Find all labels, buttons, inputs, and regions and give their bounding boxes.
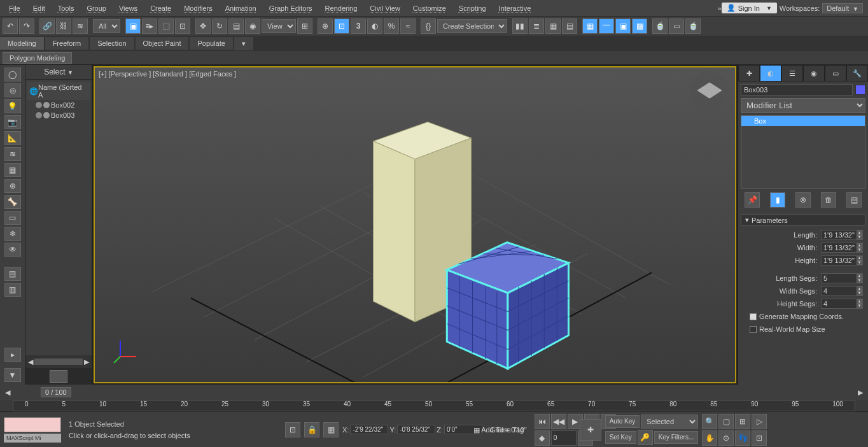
layer-button[interactable]: ▦ bbox=[545, 18, 561, 34]
create-tab[interactable]: ✚ bbox=[738, 65, 760, 82]
gen-mapping-check[interactable]: ✓Generate Mapping Coords. bbox=[743, 311, 863, 322]
height-spinner[interactable]: ▲▼ bbox=[821, 255, 863, 266]
scene-panel-thumb[interactable] bbox=[25, 368, 92, 385]
tree-column-header[interactable]: 🌐 Name (Sorted A bbox=[27, 82, 90, 100]
height-segs-spinner[interactable]: ▲▼ bbox=[821, 299, 863, 309]
x-input[interactable] bbox=[350, 425, 388, 434]
snap-toggle[interactable]: ⊕ bbox=[318, 18, 333, 34]
menu-views[interactable]: Views bbox=[113, 2, 144, 15]
modify-tab[interactable]: ◐ bbox=[760, 65, 781, 82]
menu-animation[interactable]: Animation bbox=[219, 2, 263, 15]
menu-rendering[interactable]: Rendering bbox=[319, 2, 364, 15]
make-unique-button[interactable]: ⊗ bbox=[795, 192, 811, 208]
move-button[interactable]: ✥ bbox=[195, 18, 211, 34]
menu-file[interactable]: File bbox=[3, 2, 27, 15]
frame-input[interactable] bbox=[551, 430, 577, 446]
expand-icon[interactable]: ▸ bbox=[4, 348, 21, 362]
time-ruler[interactable]: 0510152025303540455055606570758085909510… bbox=[13, 400, 855, 411]
display-spacewarp-icon[interactable]: ≋ bbox=[4, 147, 21, 161]
menu-create[interactable]: Create bbox=[144, 2, 178, 15]
menu-overflow[interactable]: » bbox=[718, 4, 722, 12]
pivot-button[interactable]: ⊞ bbox=[297, 18, 312, 34]
abs-rel-icon[interactable]: ▦ bbox=[323, 422, 339, 437]
prev-frame-button[interactable]: ◀◀ bbox=[551, 414, 566, 429]
material-editor-button[interactable]: ▩ bbox=[632, 18, 647, 34]
toggle-ribbon[interactable]: ▦ bbox=[582, 18, 598, 34]
display-xref-icon[interactable]: ⊕ bbox=[4, 179, 21, 193]
display-hidden-icon[interactable]: 👁 bbox=[4, 243, 21, 257]
display-lights-icon[interactable]: 💡 bbox=[4, 99, 21, 113]
display-cameras-icon[interactable]: 📷 bbox=[4, 115, 21, 129]
menu-customize[interactable]: Customize bbox=[407, 2, 452, 15]
freeze-icon[interactable] bbox=[43, 112, 50, 118]
snap-options[interactable]: ≈ bbox=[400, 18, 416, 34]
render-frame-button[interactable]: ▭ bbox=[669, 18, 684, 34]
perspective-viewport[interactable]: [+] [Perspective ] [Standard ] [Edged Fa… bbox=[94, 66, 736, 383]
modifier-list-select[interactable]: Modifier List bbox=[741, 98, 865, 113]
width-spinner[interactable]: ▲▼ bbox=[821, 243, 863, 253]
curve-editor-button[interactable]: ▤ bbox=[562, 18, 577, 34]
schematic-button[interactable]: ▣ bbox=[615, 18, 631, 34]
menu-tools[interactable]: Tools bbox=[52, 2, 81, 15]
display-helpers-icon[interactable]: 📐 bbox=[4, 131, 21, 145]
pan-button[interactable]: 🔍 bbox=[702, 414, 717, 429]
tree-row[interactable]: Box002 bbox=[27, 100, 90, 110]
tab-selection[interactable]: Selection bbox=[90, 37, 134, 50]
undo-button[interactable]: ↶ bbox=[3, 18, 18, 34]
scale-button[interactable]: ▤ bbox=[228, 18, 244, 34]
time-slider-bar[interactable]: ◀ 0 / 100 ▶ bbox=[0, 385, 868, 400]
stack-item-box[interactable]: Box bbox=[741, 116, 865, 126]
align-button[interactable]: ≣ bbox=[529, 18, 544, 34]
configure-sets-button[interactable]: ▤ bbox=[846, 192, 862, 208]
tab-modeling[interactable]: Modeling bbox=[0, 37, 44, 50]
auto-key-button[interactable]: Auto Key bbox=[605, 415, 640, 428]
menu-modifiers[interactable]: Modifiers bbox=[178, 2, 219, 15]
key-mode-select[interactable]: Selected bbox=[641, 415, 698, 429]
vis-icon[interactable] bbox=[36, 102, 42, 108]
rect-region-button[interactable]: ⬚ bbox=[158, 18, 174, 34]
tree-row[interactable]: Box003 bbox=[27, 110, 90, 120]
fov-button[interactable]: ▷ bbox=[752, 414, 767, 429]
walk-button[interactable]: 👣 bbox=[735, 430, 750, 446]
lock-icon[interactable]: 🔒 bbox=[304, 422, 319, 437]
percent-snap[interactable]: % bbox=[384, 18, 399, 34]
orbit-button[interactable]: ⊙ bbox=[718, 430, 734, 446]
remove-modifier-button[interactable]: 🗑 bbox=[821, 192, 836, 208]
display-frozen-icon[interactable]: ❄ bbox=[4, 227, 21, 241]
pin-stack-button[interactable]: 📌 bbox=[745, 192, 760, 208]
zoom-extents-button[interactable]: ▢ bbox=[718, 414, 734, 429]
tab-object-paint[interactable]: Object Paint bbox=[136, 37, 189, 50]
tab-overflow[interactable]: ▾ bbox=[234, 37, 253, 50]
selection-lock-icon[interactable]: ⊡ bbox=[285, 422, 300, 437]
big-key-button[interactable]: ✚ bbox=[580, 419, 601, 441]
percent-snap-toggle[interactable]: 3 bbox=[351, 18, 366, 34]
real-world-check[interactable]: Real-World Map Size bbox=[743, 324, 863, 334]
display-geometry-icon[interactable]: ◯ bbox=[4, 67, 21, 82]
render-setup-button[interactable]: 🍵 bbox=[652, 18, 668, 34]
render-button[interactable]: 🍵 bbox=[685, 18, 701, 34]
select-by-name-button[interactable]: ≡▸ bbox=[142, 18, 157, 34]
window-cross-button[interactable]: ⊡ bbox=[175, 18, 190, 34]
width-segs-spinner[interactable]: ▲▼ bbox=[821, 286, 863, 296]
pan-view-button[interactable]: ✋ bbox=[702, 430, 717, 446]
link-button[interactable]: 🔗 bbox=[39, 18, 55, 34]
rotate-button[interactable]: ↻ bbox=[212, 18, 227, 34]
mirror-button[interactable]: ▮▮ bbox=[512, 18, 528, 34]
add-time-tag[interactable]: ▦ Add Time Tag bbox=[473, 426, 524, 434]
freeze-icon[interactable] bbox=[43, 102, 50, 108]
vis-icon[interactable] bbox=[36, 112, 42, 118]
named-selection-set[interactable]: Create Selection Se bbox=[437, 19, 507, 33]
key-filters-button[interactable]: Key Filters... bbox=[654, 431, 699, 444]
zoom-all-button[interactable]: ⊞ bbox=[735, 414, 750, 429]
placement-button[interactable]: ◉ bbox=[245, 18, 260, 34]
viewcube[interactable] bbox=[690, 71, 729, 110]
maxscript-mini-listener[interactable] bbox=[4, 417, 61, 432]
menu-civil-view[interactable]: Civil View bbox=[363, 2, 406, 15]
menu-scripting[interactable]: Scripting bbox=[452, 2, 493, 15]
filter-icon[interactable]: ▼ bbox=[4, 368, 21, 382]
selection-set-edit[interactable]: {} bbox=[421, 18, 436, 34]
menu-group[interactable]: Group bbox=[80, 2, 113, 15]
y-input[interactable] bbox=[397, 425, 435, 434]
display-bone-icon[interactable]: 🦴 bbox=[4, 195, 21, 209]
motion-tab[interactable]: ◉ bbox=[803, 65, 825, 82]
